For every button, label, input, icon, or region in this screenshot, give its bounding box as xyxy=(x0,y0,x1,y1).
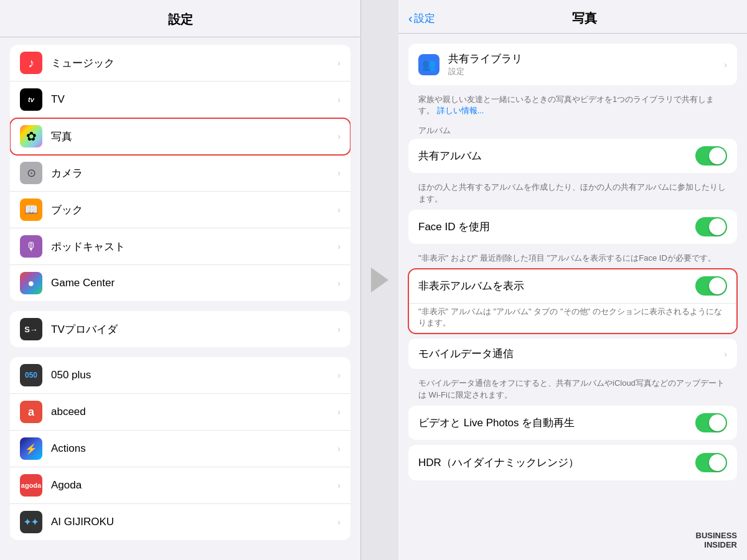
music-chevron: › xyxy=(337,58,341,68)
settings-item-tvprovider[interactable]: S→ TVプロバイダ › xyxy=(10,311,350,347)
album-group: 共有アルバム xyxy=(408,139,737,173)
settings-group-2: S→ TVプロバイダ › xyxy=(10,311,350,347)
right-panel: ‹ 設定 写真 👥 共有ライブラリ 設定 › 家族や親しい友達と一緒に xyxy=(398,0,747,560)
right-panel-title: 写真 xyxy=(572,11,597,25)
tvprovider-chevron: › xyxy=(337,324,341,334)
aigijiroku-icon: ✦✦ xyxy=(20,511,42,533)
faceid-toggle-knob xyxy=(709,218,726,235)
settings-group-1: ♪ ミュージック › tv TV › ✿ 写真 › xyxy=(10,45,350,301)
aigijiroku-label: AI GIJIROKU xyxy=(51,516,337,528)
settings-item-agoda[interactable]: agoda Agoda › xyxy=(10,467,350,504)
camera-chevron: › xyxy=(337,168,341,178)
left-panel-title: 設定 xyxy=(0,0,360,37)
agoda-label: Agoda xyxy=(51,479,337,492)
settings-item-books[interactable]: 📖 ブック › xyxy=(10,192,350,228)
shared-album-description: ほかの人と共有するアルバムを作成したり、ほかの人の共有アルバムに参加したりします… xyxy=(408,178,737,209)
business-insider-line1: BUSINESS xyxy=(696,531,737,541)
hdr-label: HDR（ハイダイナミックレンジ） xyxy=(418,455,695,470)
settings-item-aigijiroku[interactable]: ✦✦ AI GIJIROKU › xyxy=(10,504,350,540)
shared-library-description: 家族や親しい友達と一緒にいるときの写真やビデオを1つのライブラリで共有します。 … xyxy=(408,90,737,121)
music-label: ミュージック xyxy=(51,56,337,70)
shared-library-icon: 👥 xyxy=(418,54,439,75)
settings-group-3: 050 050 plus › a abceed › ⚡ Actions › xyxy=(10,357,350,540)
shared-library-chevron: › xyxy=(724,60,727,70)
tv-icon: tv xyxy=(20,88,42,111)
shared-album-label: 共有アルバム xyxy=(418,149,695,163)
shared-album-toggle-knob xyxy=(709,147,726,164)
mobile-data-label: モバイルデータ通信 xyxy=(418,347,724,361)
album-section-label: アルバム xyxy=(408,121,737,139)
podcasts-icon: 🎙 xyxy=(20,235,42,258)
settings-item-gamecenter[interactable]: ● Game Center › xyxy=(10,265,350,301)
hdr-item[interactable]: HDR（ハイダイナミックレンジ） xyxy=(408,445,737,480)
hdr-toggle[interactable] xyxy=(695,453,727,472)
settings-item-music[interactable]: ♪ ミュージック › xyxy=(10,45,350,82)
right-header: ‹ 設定 写真 xyxy=(398,0,747,34)
mobile-data-description: モバイルデータ通信をオフにすると、共有アルバムやiCloud写真などのアップデー… xyxy=(408,374,737,405)
left-panel: 設定 ♪ ミュージック › tv TV › xyxy=(0,0,361,560)
settings-item-actions[interactable]: ⚡ Actions › xyxy=(10,431,350,467)
podcasts-label: ポッドキャスト xyxy=(51,240,337,254)
podcasts-chevron: › xyxy=(337,241,341,251)
back-label: 設定 xyxy=(414,11,435,26)
back-chevron-icon: ‹ xyxy=(408,11,413,26)
faceid-label: Face ID を使用 xyxy=(418,220,695,234)
camera-label: カメラ xyxy=(51,166,337,180)
settings-item-abceed[interactable]: a abceed › xyxy=(10,394,350,431)
agoda-icon: agoda xyxy=(20,474,42,497)
tvprovider-icon: S→ xyxy=(20,318,42,340)
books-icon: 📖 xyxy=(20,198,42,221)
settings-item-tv[interactable]: tv TV › xyxy=(10,82,350,118)
camera-icon: ⊙ xyxy=(20,162,42,184)
hdr-toggle-knob xyxy=(709,454,726,471)
shared-library-text: 共有ライブラリ 設定 xyxy=(448,52,724,77)
video-live-toggle-knob xyxy=(709,414,726,431)
hidden-album-row: 非表示アルバムを表示 xyxy=(408,269,737,304)
photos-chevron: › xyxy=(337,131,341,141)
business-insider-line2: INSIDER xyxy=(696,540,737,550)
books-label: ブック xyxy=(51,203,337,217)
mobile-data-group: モバイルデータ通信 › xyxy=(408,338,737,369)
settings-item-camera[interactable]: ⊙ カメラ › xyxy=(10,155,350,192)
hidden-album-description: "非表示" アルバムは "アルバム" タブの "その他" のセクションに表示され… xyxy=(408,304,737,334)
settings-item-podcasts[interactable]: 🎙 ポッドキャスト › xyxy=(10,228,350,265)
hidden-album-toggle[interactable] xyxy=(695,276,727,296)
music-icon: ♪ xyxy=(20,52,42,74)
settings-list: ♪ ミュージック › tv TV › ✿ 写真 › xyxy=(0,37,360,558)
tv-chevron: › xyxy=(337,95,341,105)
faceid-row: Face ID を使用 xyxy=(408,210,737,244)
settings-item-050plus[interactable]: 050 050 plus › xyxy=(10,357,350,394)
abceed-label: abceed xyxy=(51,406,337,418)
050plus-chevron: › xyxy=(337,370,341,380)
shared-library-title: 共有ライブラリ xyxy=(448,52,724,66)
video-live-toggle[interactable] xyxy=(695,413,727,432)
right-header-wrapper: ‹ 設定 写真 xyxy=(408,10,735,27)
tvprovider-label: TVプロバイダ xyxy=(51,322,337,337)
photos-label: 写真 xyxy=(51,129,337,144)
actions-label: Actions xyxy=(51,442,337,455)
gamecenter-label: Game Center xyxy=(51,277,337,289)
abceed-icon: a xyxy=(20,401,42,423)
books-chevron: › xyxy=(337,205,341,215)
agoda-chevron: › xyxy=(337,480,341,490)
050plus-label: 050 plus xyxy=(51,369,337,381)
settings-item-photos[interactable]: ✿ 写真 › xyxy=(10,118,350,155)
right-panel-wrapper: ‹ 設定 写真 👥 共有ライブラリ 設定 › 家族や親しい友達と一緒に xyxy=(398,0,747,560)
hdr-group: HDR（ハイダイナミックレンジ） xyxy=(408,445,737,480)
back-button[interactable]: ‹ 設定 xyxy=(408,11,435,26)
mobile-data-item[interactable]: モバイルデータ通信 › xyxy=(408,338,737,369)
abceed-chevron: › xyxy=(337,407,341,417)
hidden-album-label: 非表示アルバムを表示 xyxy=(418,279,695,293)
shared-library-link[interactable]: 詳しい情報... xyxy=(437,106,484,115)
faceid-toggle[interactable] xyxy=(695,217,727,236)
050plus-icon: 050 xyxy=(20,364,42,386)
hidden-album-toggle-knob xyxy=(709,278,726,294)
shared-library-subtitle: 設定 xyxy=(448,66,724,77)
shared-library-item[interactable]: 👥 共有ライブラリ 設定 › xyxy=(408,44,737,85)
shared-album-toggle[interactable] xyxy=(695,146,727,166)
photos-icon: ✿ xyxy=(20,125,42,147)
right-arrow-icon xyxy=(371,268,388,292)
faceid-description: "非表示" および" 最近削除した項目 "アルバムを表示するにはFace IDが… xyxy=(408,249,737,269)
video-live-group: ビデオと Live Photos を自動再生 xyxy=(408,406,737,440)
actions-icon: ⚡ xyxy=(20,437,42,460)
